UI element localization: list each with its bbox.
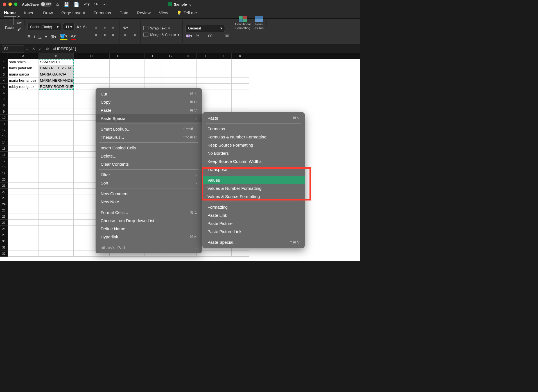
ctx-sort[interactable]: Sort› bbox=[96, 179, 202, 187]
row-header[interactable]: 24 bbox=[0, 201, 8, 207]
row-header[interactable]: 22 bbox=[0, 189, 8, 195]
row-header[interactable]: 3 bbox=[0, 71, 8, 78]
row-header[interactable]: 18 bbox=[0, 164, 8, 170]
cell[interactable] bbox=[197, 78, 214, 84]
increase-decimal-icon[interactable]: .00→ bbox=[207, 34, 216, 38]
cell[interactable] bbox=[39, 108, 74, 115]
decrease-font-icon[interactable]: A↓ bbox=[83, 25, 87, 29]
font-size-select[interactable]: 11▾ bbox=[63, 23, 75, 30]
copy-icon[interactable]: ⧉▾ bbox=[17, 20, 22, 25]
name-box[interactable]: B1 bbox=[2, 45, 24, 53]
cell[interactable] bbox=[179, 78, 197, 84]
cell[interactable]: ROBBY RODRIGUEZ bbox=[39, 84, 74, 90]
row-header[interactable]: 28 bbox=[0, 226, 8, 232]
cell[interactable] bbox=[39, 115, 74, 121]
cell[interactable] bbox=[39, 213, 74, 220]
sub-paste-link[interactable]: Paste Link bbox=[202, 211, 305, 219]
cell[interactable] bbox=[39, 220, 74, 226]
ctx-smart-lookup[interactable]: Smart Lookup...⌃⌥⌘ L bbox=[96, 125, 202, 133]
sub-values-source-formatting[interactable]: Values & Source Formatting bbox=[202, 192, 305, 200]
cell[interactable] bbox=[39, 152, 74, 158]
cell[interactable] bbox=[214, 59, 232, 65]
cell[interactable] bbox=[110, 65, 127, 71]
home-icon[interactable]: ⌂ bbox=[56, 2, 59, 7]
row-header[interactable]: 26 bbox=[0, 213, 8, 220]
close-window-icon[interactable] bbox=[3, 3, 6, 6]
align-right-icon[interactable]: ≡ bbox=[110, 32, 116, 38]
italic-button[interactable]: I bbox=[34, 34, 35, 39]
ctx-format-cells[interactable]: Format Cells...⌘ 1 bbox=[96, 208, 202, 216]
increase-font-icon[interactable]: A↑ bbox=[76, 24, 82, 29]
cell[interactable] bbox=[232, 90, 249, 96]
formula-input[interactable] bbox=[52, 45, 360, 53]
cell[interactable] bbox=[39, 133, 74, 139]
cell[interactable] bbox=[162, 59, 179, 65]
cell[interactable] bbox=[162, 78, 179, 84]
cell[interactable] bbox=[162, 65, 179, 71]
row-header[interactable]: 27 bbox=[0, 220, 8, 226]
cell[interactable] bbox=[39, 139, 74, 145]
ctx-insert-copied-cells[interactable]: Insert Copied Cells... bbox=[96, 144, 202, 152]
tell-me[interactable]: 💡 Tell me bbox=[177, 10, 197, 17]
cell[interactable] bbox=[8, 189, 39, 195]
col-header-K[interactable]: K bbox=[232, 53, 249, 59]
row-header[interactable]: 30 bbox=[0, 238, 8, 244]
cell[interactable] bbox=[8, 102, 39, 108]
tab-view[interactable]: View bbox=[159, 10, 168, 16]
cell[interactable]: robby rodriguez bbox=[8, 84, 39, 90]
cell[interactable] bbox=[39, 90, 74, 96]
minimize-window-icon[interactable] bbox=[8, 3, 12, 6]
sub-formulas[interactable]: Formulas bbox=[202, 125, 305, 133]
cell[interactable]: SAM SMITH bbox=[39, 59, 74, 65]
redo-icon[interactable]: ↷ bbox=[94, 2, 98, 7]
enter-formula-icon[interactable]: ✓ bbox=[39, 47, 42, 51]
cell[interactable] bbox=[232, 250, 249, 257]
cell[interactable] bbox=[144, 71, 162, 78]
row-header[interactable]: 13 bbox=[0, 133, 8, 139]
percent-format-icon[interactable]: % bbox=[196, 34, 199, 38]
ctx-new-comment[interactable]: New Comment bbox=[96, 190, 202, 198]
cell[interactable] bbox=[39, 201, 74, 207]
cell[interactable] bbox=[214, 90, 232, 96]
ctx-clear-contents[interactable]: Clear Contents bbox=[96, 160, 202, 168]
sub-paste-special-dialog[interactable]: Paste Special...⌃⌘ V bbox=[202, 238, 305, 246]
cell[interactable] bbox=[162, 71, 179, 78]
tab-insert[interactable]: Insert bbox=[24, 10, 35, 16]
cell[interactable] bbox=[110, 71, 127, 78]
cell[interactable] bbox=[8, 139, 39, 145]
cell[interactable] bbox=[39, 170, 74, 176]
font-name-select[interactable]: Calibri (Body)▾ bbox=[28, 23, 61, 30]
cell[interactable] bbox=[8, 238, 39, 244]
align-middle-icon[interactable]: ≡ bbox=[101, 25, 108, 31]
ctx-thesaurus[interactable]: Thesaurus...⌃⌥⌘ R bbox=[96, 133, 202, 141]
cell[interactable] bbox=[39, 226, 74, 232]
cancel-formula-icon[interactable]: ✕ bbox=[32, 47, 35, 51]
cell[interactable] bbox=[39, 176, 74, 183]
cell[interactable] bbox=[232, 102, 249, 108]
cell[interactable]: MARIA GARCIA bbox=[39, 71, 74, 78]
ctx-hyperlink[interactable]: Hyperlink...⌘ K bbox=[96, 233, 202, 241]
cell[interactable] bbox=[127, 78, 144, 84]
cell[interactable] bbox=[39, 232, 74, 238]
ctx-cut[interactable]: Cut⌘ X bbox=[96, 90, 202, 98]
autosave-switch[interactable]: OFF bbox=[40, 2, 52, 7]
row-header[interactable]: 15 bbox=[0, 145, 8, 152]
number-format-select[interactable]: General▾ bbox=[186, 25, 225, 32]
ctx-delete[interactable]: Delete... bbox=[96, 152, 202, 160]
ctx-ipad[interactable]: atharv's iPad› bbox=[96, 243, 202, 252]
ctx-paste-special[interactable]: Paste Special› bbox=[96, 114, 202, 122]
cell[interactable] bbox=[214, 102, 232, 108]
paste-button[interactable]: Paste bbox=[5, 16, 14, 30]
sub-formulas-number-formatting[interactable]: Formulas & Number Formatting bbox=[202, 133, 305, 141]
col-header-J[interactable]: J bbox=[214, 53, 232, 59]
cell[interactable] bbox=[39, 164, 74, 170]
col-header-B[interactable]: B bbox=[39, 53, 74, 59]
row-header[interactable]: 19 bbox=[0, 170, 8, 176]
cell[interactable] bbox=[179, 65, 197, 71]
cell[interactable] bbox=[214, 250, 232, 257]
cell[interactable] bbox=[39, 183, 74, 189]
font-color-button[interactable]: A▾ bbox=[71, 34, 76, 40]
align-top-icon[interactable]: ≡ bbox=[93, 25, 100, 31]
cell[interactable] bbox=[214, 96, 232, 102]
cell[interactable] bbox=[232, 71, 249, 78]
